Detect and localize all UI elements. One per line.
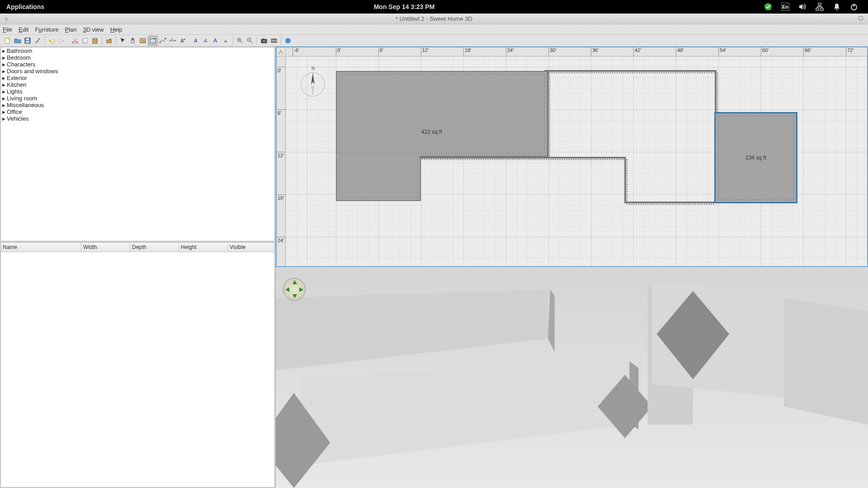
catalog-category[interactable]: ▶Living room xyxy=(1,95,274,102)
vertical-ruler[interactable]: 0'6'12'18'24' xyxy=(277,56,286,266)
catalog-category[interactable]: ▶Kitchen xyxy=(1,81,274,88)
col-height[interactable]: Height xyxy=(179,243,228,252)
catalog-category[interactable]: ▶Doors and windows xyxy=(1,68,274,75)
svg-rect-7 xyxy=(5,38,9,43)
catalog-category[interactable]: ▶Vehicles xyxy=(1,115,274,122)
room-large-label: 422 sq ft xyxy=(421,129,442,135)
room-small[interactable]: 134 sq ft xyxy=(715,113,797,203)
wall-segment[interactable] xyxy=(420,157,626,159)
compass-icon[interactable]: N xyxy=(299,66,326,99)
furniture-list-header[interactable]: Name Width Depth Height Visible xyxy=(1,243,274,252)
room-large-bottom[interactable] xyxy=(336,156,421,201)
col-visible[interactable]: Visible xyxy=(228,243,274,252)
ruler-tick: 66' xyxy=(803,47,811,56)
text-bold-button[interactable]: A xyxy=(191,36,201,46)
select-tool[interactable] xyxy=(118,36,128,46)
volume-icon[interactable] xyxy=(798,3,807,11)
create-photo-button[interactable] xyxy=(259,36,269,46)
decrease-text-button[interactable]: A xyxy=(221,36,231,46)
redo-button[interactable] xyxy=(57,36,66,46)
menu-edit[interactable]: Edit xyxy=(19,26,28,33)
system-clock[interactable]: Mon Sep 14 3:23 PM xyxy=(44,3,764,10)
svg-rect-17 xyxy=(107,40,111,43)
preferences-button[interactable] xyxy=(33,36,42,46)
catalog-category[interactable]: ▶Lights xyxy=(1,88,274,95)
nav-right-icon[interactable] xyxy=(299,287,303,292)
menu-plan[interactable]: Plan xyxy=(65,26,76,33)
create-walls-tool[interactable] xyxy=(138,36,148,46)
catalog-category[interactable]: ▶Characters xyxy=(1,61,274,68)
nav-left-icon[interactable] xyxy=(285,287,289,292)
new-button[interactable] xyxy=(3,36,13,46)
wall-segment[interactable] xyxy=(544,70,717,72)
3d-navigation-widget[interactable] xyxy=(283,278,306,300)
svg-rect-19 xyxy=(150,39,156,43)
menu-help[interactable]: Help xyxy=(110,26,123,33)
nav-up-icon[interactable] xyxy=(292,280,297,284)
svg-text:A: A xyxy=(171,38,173,40)
ruler-tick: 30' xyxy=(548,47,556,56)
power-icon[interactable] xyxy=(850,3,858,11)
menu-3d-view[interactable]: 3D view xyxy=(83,26,104,33)
room-large-top[interactable] xyxy=(336,71,548,157)
3d-view[interactable] xyxy=(276,271,868,488)
create-dimensions-tool[interactable]: A xyxy=(168,36,178,46)
ruler-origin-button[interactable] xyxy=(277,47,286,56)
create-video-button[interactable] xyxy=(269,36,279,46)
svg-rect-34 xyxy=(271,39,277,40)
window-maximize-button[interactable] xyxy=(858,15,863,22)
ruler-tick: 48' xyxy=(676,47,684,56)
col-depth[interactable]: Depth xyxy=(130,243,179,252)
catalog-category[interactable]: ▶Bathroom xyxy=(1,47,274,54)
open-button[interactable] xyxy=(13,36,23,46)
wall-segment[interactable] xyxy=(624,157,626,203)
svg-marker-50 xyxy=(783,298,868,425)
window-close-button[interactable]: × xyxy=(5,15,8,23)
ruler-tick: -6' xyxy=(292,47,299,56)
zoom-out-button[interactable] xyxy=(245,36,255,46)
furniture-catalog[interactable]: ▶Bathroom ▶Bedroom ▶Characters ▶Doors an… xyxy=(0,47,275,241)
create-polylines-tool[interactable] xyxy=(158,36,168,46)
cut-button[interactable] xyxy=(70,36,80,46)
network-icon[interactable] xyxy=(816,3,824,11)
catalog-category[interactable]: ▶Bedroom xyxy=(1,54,274,61)
system-bar: Applications Mon Sep 14 3:23 PM En xyxy=(0,0,868,14)
undo-button[interactable] xyxy=(47,36,57,46)
catalog-category[interactable]: ▶Office xyxy=(1,108,274,115)
increase-text-button[interactable]: A xyxy=(211,36,221,46)
notifications-icon[interactable] xyxy=(833,3,841,11)
wall-segment[interactable] xyxy=(547,70,549,159)
copy-button[interactable] xyxy=(80,36,90,46)
menu-furniture[interactable]: Furniture xyxy=(35,26,58,33)
menu-file[interactable]: File xyxy=(3,26,12,33)
svg-point-36: "/>? xyxy=(285,38,291,43)
paste-button[interactable] xyxy=(90,36,100,46)
plan-canvas[interactable]: N 422 sq ft xyxy=(286,56,867,266)
window-titlebar[interactable]: × * Untitled 2 - Sweet Home 3D xyxy=(0,14,868,24)
create-text-tool[interactable]: A xyxy=(178,36,188,46)
wall-segment[interactable] xyxy=(624,202,717,203)
applications-menu[interactable]: Applications xyxy=(0,3,44,10)
col-width[interactable]: Width xyxy=(81,243,130,252)
nav-down-icon[interactable] xyxy=(292,294,297,298)
input-method-indicator[interactable]: En xyxy=(781,3,789,11)
text-italic-button[interactable]: A xyxy=(201,36,211,46)
pan-tool[interactable] xyxy=(128,36,138,46)
col-name[interactable]: Name xyxy=(1,243,81,252)
zoom-in-button[interactable] xyxy=(235,36,245,46)
save-button[interactable] xyxy=(23,36,33,46)
ruler-tick: 24' xyxy=(277,237,285,243)
help-button[interactable]: "/>? xyxy=(283,36,293,46)
create-rooms-tool[interactable] xyxy=(148,36,158,46)
horizontal-ruler[interactable]: -6'0'6'12'18'24'30'36'42'48'54'60'66'72' xyxy=(286,47,867,56)
svg-point-4 xyxy=(836,9,838,10)
furniture-list[interactable]: Name Width Depth Height Visible xyxy=(0,242,275,488)
catalog-category[interactable]: ▶Exterior xyxy=(1,75,274,81)
plan-view[interactable]: -6'0'6'12'18'24'30'36'42'48'54'60'66'72'… xyxy=(276,47,868,267)
svg-point-31 xyxy=(263,40,265,42)
split-handle[interactable] xyxy=(276,267,868,271)
add-furniture-button[interactable] xyxy=(104,36,114,46)
catalog-category[interactable]: ▶Miscellaneous xyxy=(1,102,274,108)
status-ok-icon[interactable] xyxy=(764,3,772,11)
ruler-tick: 42' xyxy=(633,47,641,56)
